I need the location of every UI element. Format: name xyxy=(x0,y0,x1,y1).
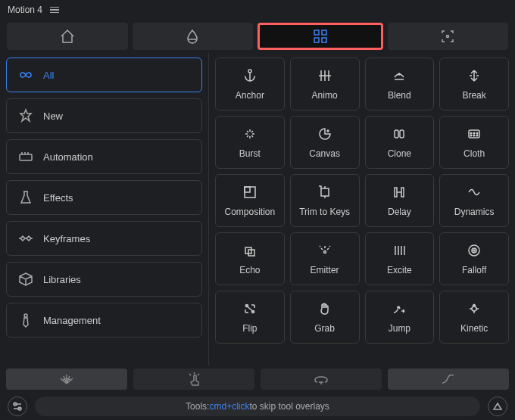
sidebar-item-label: Management xyxy=(43,315,101,326)
sidebar-item-new[interactable]: New xyxy=(6,98,202,133)
tool-label: Falloff xyxy=(462,265,486,275)
sidebar-item-libraries[interactable]: Libraries xyxy=(6,262,202,297)
anchor-icon xyxy=(242,67,258,84)
tool-blend[interactable]: Blend xyxy=(365,58,435,110)
tool-burst[interactable]: Burst xyxy=(215,116,285,169)
columns-icon xyxy=(317,67,333,84)
sidebar-item-label: Automation xyxy=(43,151,93,163)
svg-rect-3 xyxy=(322,38,326,42)
grid-icon xyxy=(312,28,329,45)
tool-anchor[interactable]: Anchor xyxy=(215,58,285,110)
btab-touch[interactable] xyxy=(133,369,254,390)
tool-canvas[interactable]: Canvas xyxy=(290,116,360,169)
tool-break[interactable]: Break xyxy=(439,58,509,110)
trim-icon xyxy=(317,184,333,201)
sidebar-item-all[interactable]: All xyxy=(6,58,202,92)
tab-home[interactable] xyxy=(7,23,128,50)
bottom-navigation xyxy=(0,366,515,393)
blend-icon xyxy=(391,67,407,84)
break-icon xyxy=(466,67,482,84)
menu-icon[interactable] xyxy=(50,7,59,14)
svg-rect-0 xyxy=(314,30,319,35)
tool-kinetic[interactable]: Kinetic xyxy=(439,291,509,344)
cloth-icon xyxy=(466,126,482,142)
svg-point-17 xyxy=(473,135,475,136)
sidebar-item-label: Keyframes xyxy=(43,233,90,244)
tool-excite[interactable]: Excite xyxy=(365,232,435,285)
tool-delay[interactable]: Delay xyxy=(365,174,435,227)
bell-icon xyxy=(313,372,329,386)
tool-echo[interactable]: Echo xyxy=(215,232,285,285)
tool-label: Jump xyxy=(389,323,410,334)
status-prefix: Tools: xyxy=(186,401,209,412)
tool-label: Canvas xyxy=(309,148,340,159)
sliders-icon xyxy=(11,400,23,412)
tool-dynamics[interactable]: Dynamics xyxy=(439,174,509,227)
tool-label: Break xyxy=(462,90,485,101)
svg-point-6 xyxy=(24,314,27,317)
tool-label: Clone xyxy=(388,148,411,159)
btab-curve[interactable] xyxy=(388,369,509,390)
canvas-icon xyxy=(317,126,333,142)
btab-shell[interactable] xyxy=(6,369,127,390)
home-icon xyxy=(59,28,76,45)
tool-label: Trim to Keys xyxy=(299,207,350,217)
clone-icon xyxy=(391,126,407,142)
tool-composition[interactable]: Composition xyxy=(215,174,285,227)
app-title: Motion 4 xyxy=(8,5,42,15)
btab-bell[interactable] xyxy=(261,369,382,390)
tool-label: Anchor xyxy=(236,90,264,101)
droplet-icon xyxy=(184,28,201,45)
svg-point-4 xyxy=(447,36,449,38)
tie-icon xyxy=(17,312,34,328)
svg-point-13 xyxy=(470,132,472,134)
status-suffix: to skip tool overlays xyxy=(249,401,329,412)
status-bar: Tools: cmd+click to skip tool overlays xyxy=(35,397,480,416)
tool-animo[interactable]: Animo xyxy=(290,58,360,110)
tab-focus[interactable] xyxy=(388,23,509,50)
expand-button[interactable] xyxy=(488,397,507,416)
top-navigation xyxy=(0,20,515,53)
sidebar-item-label: Libraries xyxy=(43,274,81,285)
tool-cloth[interactable]: Cloth xyxy=(439,116,509,169)
tool-label: Blend xyxy=(388,90,411,101)
echo-icon xyxy=(242,242,258,259)
curve-icon xyxy=(440,372,457,386)
dynamics-icon xyxy=(466,184,482,201)
tool-clone[interactable]: Clone xyxy=(365,116,435,169)
tool-label: Kinetic xyxy=(460,323,488,334)
tool-label: Delay xyxy=(388,207,411,217)
tool-label: Flip xyxy=(242,323,257,334)
status-kbd: cmd+click xyxy=(209,401,249,412)
excite-icon xyxy=(391,242,407,259)
tool-grab[interactable]: Grab xyxy=(290,291,360,344)
tab-droplet[interactable] xyxy=(133,23,254,50)
tool-jump[interactable]: Jump xyxy=(365,291,435,344)
settings-button[interactable] xyxy=(8,397,27,416)
sidebar-item-management[interactable]: Management xyxy=(6,303,202,338)
sidebar-item-label: Effects xyxy=(43,192,73,204)
tool-label: Grab xyxy=(314,323,335,334)
tool-falloff[interactable]: Falloff xyxy=(439,232,509,285)
keyframes-icon xyxy=(17,230,34,247)
star-icon xyxy=(17,107,34,124)
svg-point-14 xyxy=(473,132,475,134)
tool-emitter[interactable]: Emitter xyxy=(290,232,360,285)
sidebar-item-keyframes[interactable]: Keyframes xyxy=(6,221,202,256)
svg-point-7 xyxy=(248,70,251,73)
kinetic-icon xyxy=(466,300,482,317)
tool-label: Animo xyxy=(312,90,338,101)
sidebar-item-effects[interactable]: Effects xyxy=(6,180,202,215)
tab-grid[interactable] xyxy=(258,23,383,50)
falloff-icon xyxy=(466,242,482,259)
tool-trim-to-keys[interactable]: Trim to Keys xyxy=(290,174,360,227)
delay-icon xyxy=(391,184,407,201)
sliders-icon xyxy=(17,148,34,165)
svg-rect-20 xyxy=(245,187,250,192)
tool-flip[interactable]: Flip xyxy=(215,291,285,344)
sidebar-item-label: All xyxy=(43,70,54,81)
svg-rect-21 xyxy=(321,188,329,196)
touch-icon xyxy=(186,372,202,387)
sidebar-item-automation[interactable]: Automation xyxy=(6,139,202,174)
svg-rect-5 xyxy=(20,154,32,160)
